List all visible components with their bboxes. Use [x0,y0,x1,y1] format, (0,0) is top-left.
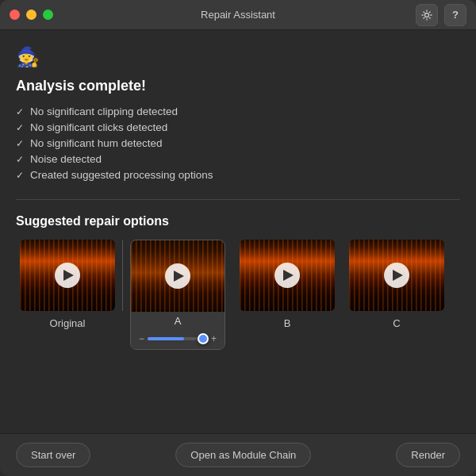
repair-title: Suggested repair options [16,214,460,228]
check-icon: ✓ [16,122,24,133]
slider-fill [148,337,184,340]
slider-thumb[interactable] [198,333,209,344]
selected-panel-a[interactable]: A − + [130,240,225,350]
audio-option-b[interactable]: B [236,240,339,329]
spectrogram-c[interactable] [349,240,444,311]
audio-options-row: Original A − [16,240,460,350]
help-button[interactable]: ? [444,4,466,26]
check-icon: ✓ [16,106,24,117]
check-icon: ✓ [16,138,24,149]
maximize-button[interactable] [43,10,53,20]
slider-row: − + [131,330,225,349]
play-icon [174,271,184,282]
settings-button[interactable] [416,4,438,26]
option-label-a: A [175,315,182,327]
svg-point-0 [425,13,429,17]
play-button-c[interactable] [384,263,409,288]
section-divider [16,199,460,200]
audio-option-c[interactable]: C [345,240,448,329]
slider-minus-button[interactable]: − [139,333,144,344]
main-content: 🧙 Analysis complete! ✓ No significant cl… [0,30,476,433]
list-item: ✓ No significant clicks detected [16,121,460,133]
audio-option-a[interactable]: A − + [126,240,229,350]
titlebar: Repair Assistant ? [0,0,476,30]
window-title: Repair Assistant [201,9,275,21]
play-icon [393,270,403,281]
slider-plus-button[interactable]: + [211,333,217,344]
close-button[interactable] [10,10,20,20]
traffic-lights [10,10,53,20]
option-label-b: B [284,317,291,329]
titlebar-actions: ? [416,4,466,26]
play-icon [283,270,294,281]
minimize-button[interactable] [26,10,36,20]
spectrogram-b[interactable] [240,240,335,311]
play-icon [63,270,74,281]
spectrogram-original[interactable] [20,240,115,311]
check-icon: ✓ [16,154,24,165]
option-label-c: C [393,317,400,329]
analysis-checklist: ✓ No significant clipping detected ✓ No … [16,106,460,185]
open-module-chain-button[interactable]: Open as Module Chain [175,443,311,467]
main-window: Repair Assistant ? 🧙 Analysis complete! … [0,0,476,476]
play-button-b[interactable] [274,263,300,288]
list-item: ✓ No significant hum detected [16,137,460,149]
options-divider [122,240,123,311]
slider-track[interactable] [148,337,208,340]
list-item: ✓ No significant clipping detected [16,106,460,117]
start-over-button[interactable]: Start over [16,443,90,467]
render-button[interactable]: Render [396,443,460,467]
footer: Start over Open as Module Chain Render [0,433,476,476]
analysis-title: Analysis complete! [16,78,460,94]
selected-label-row: A [131,312,225,330]
play-button-a[interactable] [165,263,190,289]
audio-option-original[interactable]: Original [16,240,119,329]
option-label-original: Original [50,317,86,329]
play-button-original[interactable] [55,263,80,288]
list-item: ✓ Noise detected [16,153,460,165]
check-icon: ✓ [16,170,24,181]
list-item: ✓ Created suggested processing options [16,169,460,181]
spectrogram-a[interactable] [131,240,225,312]
wizard-icon: 🧙 [16,46,460,68]
